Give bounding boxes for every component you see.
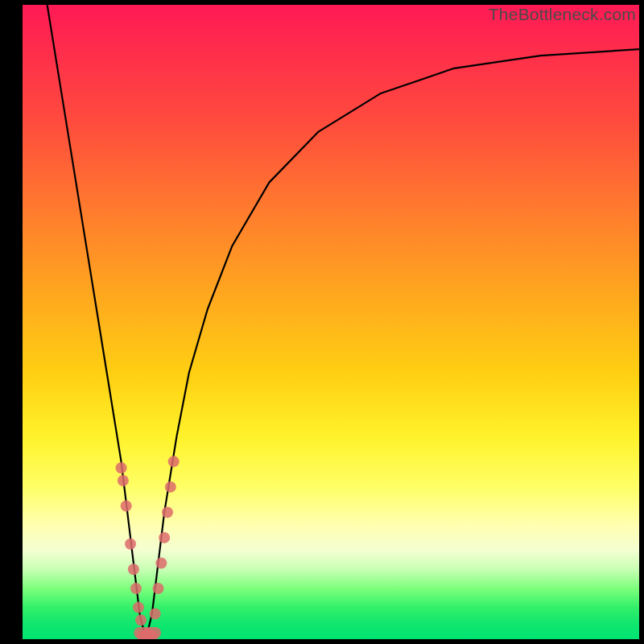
svg-point-12 [150,608,161,619]
svg-point-13 [153,583,164,594]
svg-point-6 [133,602,144,613]
svg-rect-11 [143,627,161,638]
svg-point-2 [121,501,132,512]
svg-point-1 [118,475,129,486]
svg-point-17 [165,481,176,493]
plot-area [23,5,639,639]
watermark-text: TheBottleneck.com [489,5,636,24]
svg-point-14 [155,557,167,568]
svg-point-18 [168,456,180,467]
chart-frame: TheBottleneck.com [0,0,644,644]
chart-svg [23,5,639,639]
svg-point-3 [125,539,136,550]
svg-point-16 [162,506,173,518]
svg-point-0 [116,462,127,473]
svg-point-15 [159,532,170,543]
svg-point-5 [130,583,142,594]
svg-point-4 [128,564,139,575]
data-markers [116,456,180,639]
svg-point-7 [135,614,147,625]
